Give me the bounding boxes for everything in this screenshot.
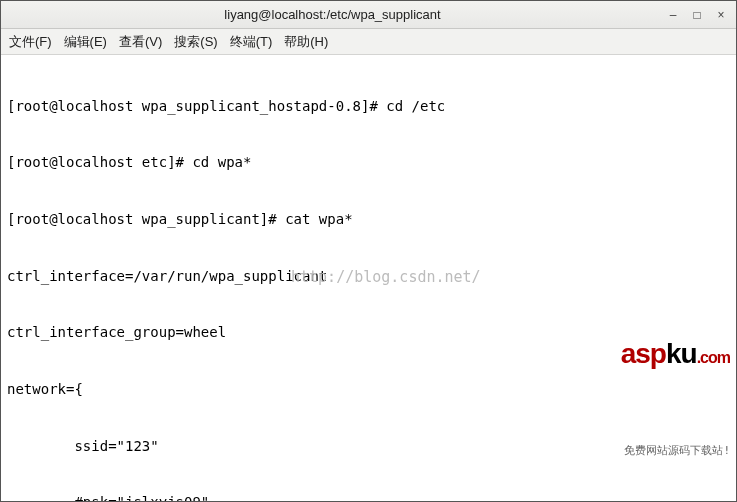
terminal-line: ctrl_interface=/var/run/wpa_supplicant	[7, 267, 730, 286]
terminal-window: liyang@localhost:/etc/wpa_supplicant – □…	[0, 0, 737, 502]
brand-letter: k	[666, 338, 681, 369]
terminal-area[interactable]: [root@localhost wpa_supplicant_hostapd-0…	[1, 55, 736, 501]
menu-view[interactable]: 查看(V)	[119, 33, 162, 51]
terminal-line: [root@localhost wpa_supplicant_hostapd-0…	[7, 97, 730, 116]
terminal-line: network={	[7, 380, 730, 399]
brand-letter: p	[650, 338, 666, 369]
menu-search[interactable]: 搜索(S)	[174, 33, 217, 51]
menu-edit[interactable]: 编辑(E)	[64, 33, 107, 51]
terminal-line: #psk="jslxyjs09"	[7, 493, 730, 501]
menubar: 文件(F) 编辑(E) 查看(V) 搜索(S) 终端(T) 帮助(H)	[1, 29, 736, 55]
menu-file[interactable]: 文件(F)	[9, 33, 52, 51]
brand-letter: u	[681, 338, 697, 369]
terminal-line: ssid="123"	[7, 437, 730, 456]
close-button[interactable]: ×	[712, 6, 730, 24]
menu-terminal[interactable]: 终端(T)	[230, 33, 273, 51]
corner-logo: aspku.com 免费网站源码下载站!	[566, 259, 730, 497]
minimize-button[interactable]: –	[664, 6, 682, 24]
terminal-line: [root@localhost etc]# cd wpa*	[7, 153, 730, 172]
menu-help[interactable]: 帮助(H)	[284, 33, 328, 51]
brand-letter: a	[621, 338, 636, 369]
maximize-button[interactable]: □	[688, 6, 706, 24]
titlebar: liyang@localhost:/etc/wpa_supplicant – □…	[1, 1, 736, 29]
brand-domain: .com	[697, 349, 730, 366]
window-title: liyang@localhost:/etc/wpa_supplicant	[7, 7, 658, 22]
brand-letter: s	[635, 338, 650, 369]
terminal-line: ctrl_interface_group=wheel	[7, 323, 730, 342]
terminal-line: [root@localhost wpa_supplicant]# cat wpa…	[7, 210, 730, 229]
